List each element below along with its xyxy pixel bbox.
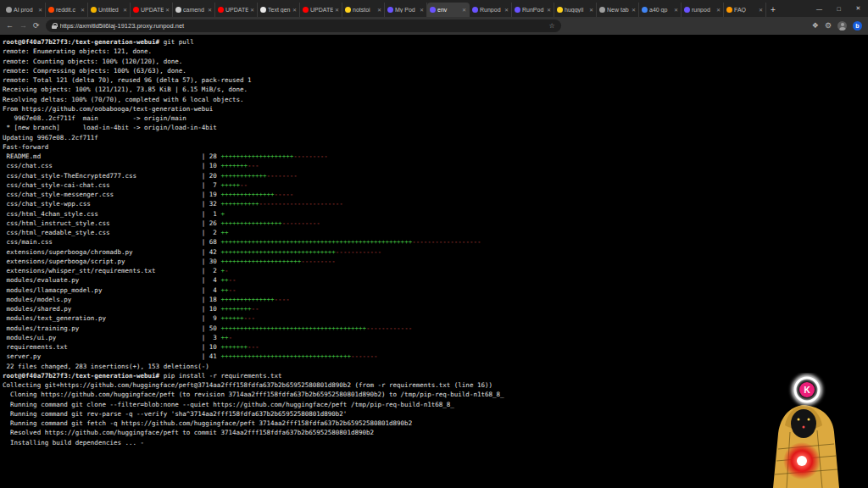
browser-tab-huggyll[interactable]: huggyll✕	[554, 3, 597, 17]
overlay-badge-letter: K	[804, 385, 810, 395]
tab-close-icon[interactable]: ✕	[759, 7, 763, 13]
tab-favicon	[387, 7, 393, 13]
avatar-illustration: K	[751, 373, 861, 488]
browser-tab-runpod[interactable]: Runpod✕	[470, 3, 512, 17]
split-screen-icon[interactable]: ❖	[812, 22, 819, 30]
terminal-line: modules/ui.py | 3 ++-	[3, 333, 868, 342]
terminal-line: modules/shared.py | 10 ++++++++--	[3, 304, 868, 313]
tab-favicon	[218, 7, 224, 13]
tab-close-icon[interactable]: ✕	[716, 7, 721, 13]
window-minimize-button[interactable]: —	[810, 0, 829, 17]
terminal-line: css/html_readable_style.css | 2 ++	[3, 228, 868, 237]
browser-tab-new-tab[interactable]: New tab✕	[597, 3, 639, 17]
tab-close-icon[interactable]: ✕	[38, 7, 42, 13]
window-close-button[interactable]: ✕	[849, 0, 868, 17]
tab-close-icon[interactable]: ✕	[547, 7, 551, 13]
tab-close-icon[interactable]: ✕	[123, 7, 127, 13]
browser-tab-untitled[interactable]: Untitled✕	[88, 3, 131, 17]
tab-label: Text gen	[268, 7, 291, 13]
terminal-line: root@0f40a77b27f3:/text-generation-webui…	[3, 37, 868, 47]
tab-label: notstoi	[353, 7, 376, 13]
tab-label: Untitled	[98, 7, 121, 13]
browser-tab-a40-gp[interactable]: a40 gp✕	[639, 3, 682, 17]
tab-close-icon[interactable]: ✕	[420, 7, 424, 13]
refresh-icon[interactable]: ⟳	[33, 22, 40, 30]
terminal-line: extensions/superbooga/chromadb.py | 42 +…	[3, 247, 868, 257]
bitwarden-icon[interactable]: b	[853, 21, 862, 30]
tab-close-icon[interactable]: ✕	[208, 7, 212, 13]
back-icon[interactable]: ←	[6, 22, 14, 30]
browser-tab-ai-prod[interactable]: AI prod✕	[3, 3, 46, 17]
tab-favicon	[684, 7, 690, 13]
browser-tab-runpod[interactable]: runpod✕	[682, 3, 724, 17]
terminal-line: root@0f40a77b27f3:/text-generation-webui…	[3, 371, 868, 380]
mask-face	[791, 409, 816, 438]
browser-toolbar: ← → ⟳ https://axmitld5ii6laj-19123.proxy…	[0, 17, 868, 35]
terminal-line: css/chat_style-cai-chat.css | 7 +++++--	[3, 180, 868, 190]
tab-label: My Pod	[395, 7, 418, 13]
tab-close-icon[interactable]: ✕	[250, 7, 254, 13]
browser-tab-my-pod[interactable]: My Pod✕	[385, 3, 427, 17]
tab-label: Runpod	[480, 7, 503, 13]
browser-tab-notstoi[interactable]: notstoi✕	[342, 3, 385, 17]
tab-label: UPDATE	[310, 7, 333, 13]
tab-close-icon[interactable]: ✕	[335, 7, 339, 13]
tab-close-icon[interactable]: ✕	[632, 7, 636, 13]
extensions-icon[interactable]: ⚙	[825, 22, 832, 30]
tab-label: camend	[183, 7, 206, 13]
terminal-line: css/main.css | 68 ++++++++++++++++++++++…	[3, 237, 868, 247]
tab-close-icon[interactable]: ✕	[462, 7, 466, 13]
browser-tab-faq[interactable]: FAQ✕	[724, 3, 766, 17]
terminal-line: remote: Total 121 (delta 70), reused 96 …	[3, 75, 868, 85]
browser-tab-update[interactable]: UPDATE✕	[215, 3, 258, 17]
browser-tab-update[interactable]: UPDATE✕	[300, 3, 342, 17]
terminal-line: remote: Enumerating objects: 121, done.	[3, 47, 868, 56]
browser-tab-update[interactable]: UPDATE✕	[131, 3, 173, 17]
new-tab-button[interactable]: +	[766, 3, 780, 17]
tab-favicon	[557, 7, 563, 13]
tab-close-icon[interactable]: ✕	[504, 7, 509, 13]
tab-label: FAQ	[734, 7, 757, 13]
tab-close-icon[interactable]: ✕	[674, 7, 678, 13]
tab-label: a40 gp	[649, 7, 672, 13]
terminal-line: css/html_instruct_style.css | 26 +++++++…	[3, 219, 868, 228]
terminal-line: modules/evaluate.py | 4 ++--	[3, 275, 868, 285]
tab-close-icon[interactable]: ✕	[589, 7, 593, 13]
tab-close-icon[interactable]: ✕	[81, 7, 85, 13]
favorites-icon[interactable]: ☆	[548, 22, 554, 30]
terminal-line: Collecting git+https://github.com/huggin…	[3, 380, 868, 390]
window-maximize-button[interactable]: □	[829, 0, 849, 17]
browser-window: AI prod✕reddit.c✕Untitled✕UPDATE✕camend✕…	[0, 0, 868, 488]
address-bar[interactable]: https://axmitld5ii6laj-19123.proxy.runpo…	[46, 19, 561, 32]
terminal-line: remote: Compressing objects: 100% (63/63…	[3, 66, 868, 75]
browser-tab-runpod[interactable]: RunPod✕	[512, 3, 554, 17]
terminal-line: css/html_4chan_style.css | 1 +	[3, 209, 868, 219]
terminal-line: modules/training.py | 50 +++++++++++++++…	[3, 324, 868, 333]
tab-close-icon[interactable]: ✕	[165, 7, 170, 13]
forward-icon[interactable]: →	[19, 22, 27, 30]
tab-label: RunPod	[522, 7, 545, 13]
tab-close-icon[interactable]: ✕	[292, 7, 297, 13]
browser-tab-camend[interactable]: camend✕	[173, 3, 215, 17]
browser-tab-reddit-c[interactable]: reddit.c✕	[46, 3, 88, 17]
tab-favicon	[515, 7, 520, 13]
tab-close-icon[interactable]: ✕	[377, 7, 381, 13]
url-text[interactable]: https://axmitld5ii6laj-19123.proxy.runpo…	[60, 22, 546, 30]
browser-tab-text-gen[interactable]: Text gen✕	[258, 3, 300, 17]
tab-favicon	[726, 7, 732, 13]
terminal-output: root@0f40a77b27f3:/text-generation-webui…	[0, 35, 868, 488]
lock-icon[interactable]	[52, 23, 57, 29]
profile-avatar[interactable]	[837, 21, 847, 30]
terminal-line: Running command git rev-parse -q --verif…	[3, 409, 868, 419]
toolbar-right: ❖ ⚙ b	[812, 21, 862, 30]
tab-favicon	[303, 7, 309, 13]
terminal-line: Installing build dependencies ... -	[3, 438, 868, 447]
browser-tab-env[interactable]: env✕	[427, 3, 470, 17]
terminal-line: README.md | 28 +++++++++++++++++++------…	[3, 152, 868, 161]
tab-strip: AI prod✕reddit.c✕Untitled✕UPDATE✕camend✕…	[0, 0, 868, 17]
tab-favicon	[599, 7, 605, 13]
terminal-line: css/chat_style-TheEncrypted777.css | 20 …	[3, 171, 868, 180]
terminal-line: modules/models.py | 18 ++++++++++++++---…	[3, 295, 868, 304]
tab-favicon	[6, 7, 12, 13]
tab-label: runpod	[692, 7, 715, 13]
